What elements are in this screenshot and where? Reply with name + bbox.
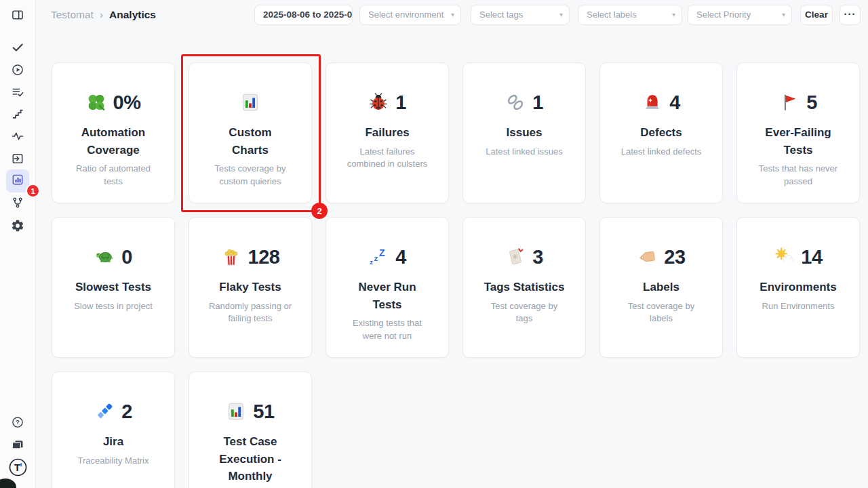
panel-toggle-icon[interactable] <box>11 8 24 22</box>
select-placeholder: Select environment <box>368 9 443 20</box>
bookmark-icon <box>505 247 526 267</box>
list-check-icon <box>11 85 24 99</box>
filter-select-select-tags[interactable]: Select tags▾ <box>471 5 570 25</box>
svg-text:Z: Z <box>379 247 385 258</box>
svg-text:T: T <box>14 462 20 473</box>
card-value: 14 <box>801 246 822 268</box>
card-subtitle: Slow tests in project <box>62 300 165 313</box>
card-subtitle: Latest failures combined in culsters <box>336 146 439 171</box>
card-title: Automation Coverage <box>62 124 165 159</box>
card-value: 4 <box>669 92 680 114</box>
card-value: 1 <box>395 92 406 114</box>
bar-chart-icon <box>226 401 246 422</box>
bar-chart-nav-icon <box>11 173 24 189</box>
sidebar-item-docs[interactable] <box>11 438 24 451</box>
turtle-icon <box>94 247 115 267</box>
card-value: 51 <box>253 401 274 423</box>
card-test-case-execution-monthly[interactable]: 51 Test Case Execution - Monthly <box>189 371 312 488</box>
card-value: 3 <box>532 246 543 268</box>
card-subtitle: Traceability Matrix <box>62 455 165 468</box>
import-icon <box>11 152 24 165</box>
chevron-down-icon: ▾ <box>672 5 675 24</box>
branch-icon <box>11 196 24 209</box>
card-jira[interactable]: 2 Jira Traceability Matrix <box>52 371 175 488</box>
card-labels[interactable]: 23 Labels Test coverage by labels <box>599 217 723 358</box>
card-title: Ever-Failing Tests <box>747 124 850 159</box>
card-value: 2 <box>121 401 132 423</box>
filter-select-select-labels[interactable]: Select labels▾ <box>578 5 682 25</box>
card-title: Tags Statistics <box>473 279 576 296</box>
card-subtitle: Existing tests that were not run <box>336 317 439 343</box>
clover-icon <box>86 92 106 113</box>
popcorn-icon <box>221 247 241 267</box>
card-title: Failures <box>336 124 439 142</box>
clear-filters-button[interactable]: Clear <box>800 5 833 25</box>
analytics-widgets-grid: 0% Automation Coverage Ratio of automate… <box>52 62 860 488</box>
sidebar-item-branches[interactable] <box>11 196 24 209</box>
gear-icon <box>11 219 24 232</box>
svg-text:z: z <box>370 259 374 266</box>
card-title: Slowest Tests <box>62 279 165 296</box>
card-value: 4 <box>395 246 406 268</box>
card-failures[interactable]: 1 Failures Latest failures combined in c… <box>326 62 449 203</box>
help-circle-icon: ? <box>11 415 24 429</box>
breadcrumb: Testomat › Analytics <box>51 9 156 21</box>
card-value: 0 <box>121 246 132 268</box>
sidebar-item-help[interactable]: ? <box>11 415 24 429</box>
card-issues[interactable]: 1 Issues Latest linked issues <box>462 62 586 203</box>
svg-text:?: ? <box>16 419 20 426</box>
breadcrumb-project-link[interactable]: Testomat <box>51 9 94 21</box>
header: Testomat › Analytics 2025-08-06 to 2025-… <box>36 0 868 30</box>
library-icon <box>11 438 24 451</box>
card-ever-failing-tests[interactable]: 5 Ever-Failing Tests Tests that has neve… <box>736 62 860 203</box>
card-title: Issues <box>473 124 576 142</box>
breadcrumb-separator: › <box>100 9 103 21</box>
card-subtitle: Test coverage by tags <box>473 300 576 326</box>
sidebar-item-tests[interactable] <box>11 41 24 54</box>
sidebar-item-pulse[interactable] <box>11 129 24 143</box>
testomat-logo-icon: T <box>9 467 27 479</box>
card-defects[interactable]: 4 Defects Latest linked defects <box>599 62 723 203</box>
card-automation-coverage[interactable]: 0% Automation Coverage Ratio of automate… <box>52 62 175 203</box>
card-value: 23 <box>664 246 685 268</box>
chevron-down-icon: ▾ <box>451 5 454 24</box>
sidebar-item-imports[interactable] <box>11 152 24 165</box>
card-title: Defects <box>610 124 713 142</box>
card-title: Flaky Tests <box>199 279 302 296</box>
bar-chart-icon <box>240 92 260 113</box>
more-options-button[interactable]: ··· <box>840 5 861 25</box>
card-title: Environments <box>747 279 850 296</box>
card-subtitle: Latest linked issues <box>473 146 576 159</box>
select-placeholder: Select tags <box>479 9 523 20</box>
card-value: 5 <box>806 92 817 114</box>
card-never-run-tests[interactable]: zzZ 4 Never Run Tests Existing tests tha… <box>326 217 449 358</box>
card-value: 0% <box>113 92 141 114</box>
zzz-icon: zzZ <box>368 247 389 267</box>
sidebar-item-runs[interactable] <box>11 63 24 77</box>
page-title: Analytics <box>109 9 156 21</box>
filter-select-select-environment[interactable]: Select environment▾ <box>359 5 461 25</box>
date-range-input[interactable]: 2025-08-06 to 2025-0 <box>254 5 353 25</box>
ladybug-icon <box>368 92 389 113</box>
card-title: Custom Charts <box>199 124 302 159</box>
filter-select-select-priority[interactable]: Select Priority▾ <box>688 5 792 25</box>
card-value: 1 <box>532 92 543 114</box>
sidebar-step-badge: 1 <box>26 184 40 198</box>
card-slowest-tests[interactable]: 0 Slowest Tests Slow tests in project <box>52 217 175 358</box>
sidebar-item-settings[interactable] <box>11 219 24 232</box>
sidebar-item-testomat-logo[interactable]: T <box>9 458 27 476</box>
card-custom-charts[interactable]: Custom Charts Tests coverage by custom q… <box>189 62 312 203</box>
sidebar-item-test-plans[interactable] <box>11 85 24 99</box>
flag-icon <box>779 92 800 113</box>
card-flaky-tests[interactable]: 128 Flaky Tests Randomly passing or fail… <box>189 217 312 358</box>
sidebar-item-milestones[interactable] <box>11 107 24 121</box>
card-title: Never Run Tests <box>336 279 439 313</box>
card-subtitle: Ratio of automated tests <box>62 163 165 188</box>
card-title: Labels <box>610 279 713 296</box>
sun-cloud-icon <box>774 247 794 267</box>
card-environments[interactable]: 14 Environments Run Environments <box>736 217 860 358</box>
stairs-icon <box>11 107 24 121</box>
card-tags-statistics[interactable]: 3 Tags Statistics Test coverage by tags <box>462 217 586 358</box>
chevron-down-icon: ▾ <box>559 5 563 24</box>
card-subtitle: Test coverage by labels <box>610 300 713 326</box>
